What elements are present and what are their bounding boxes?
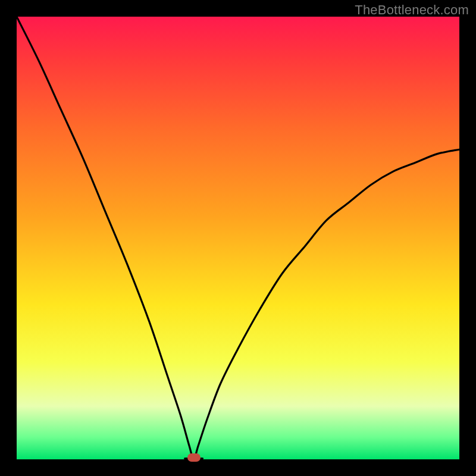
optimal-point-marker	[187, 453, 201, 462]
bottleneck-curve	[17, 17, 459, 459]
watermark-text: TheBottleneck.com	[355, 2, 469, 18]
plot-area	[17, 17, 459, 459]
chart-frame: TheBottleneck.com	[0, 0, 476, 476]
